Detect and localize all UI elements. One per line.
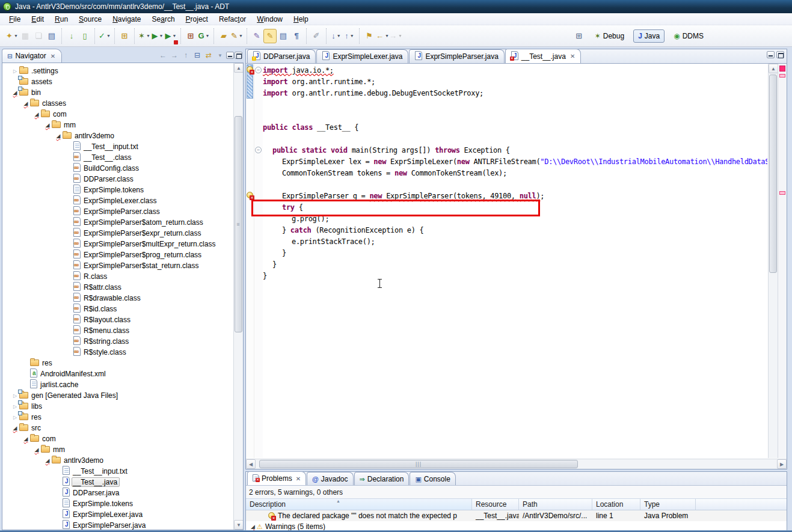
tree-item-src[interactable]: ◢src <box>2 423 233 433</box>
prev-annotation-icon[interactable]: ↑▼ <box>343 29 356 43</box>
collapse-icon[interactable]: ◢ <box>22 436 30 442</box>
tab-javadoc[interactable]: @Javadoc <box>307 472 353 485</box>
block-selection-icon[interactable]: ▤ <box>277 29 290 43</box>
tree-item-r-menu-class[interactable]: 010R$menu.class <box>2 325 233 336</box>
tree-item-exprsimple-tokens[interactable]: ExprSimple.tokens <box>2 498 233 509</box>
menu-source[interactable]: Source <box>73 14 107 25</box>
dropdown-arrow-icon[interactable]: ▼ <box>159 34 164 38</box>
java-editor-icon[interactable]: ✎ <box>250 29 263 43</box>
column-header-resource[interactable]: Resource <box>472 499 519 510</box>
tree-item-exprsimpleparser-stat-return-class[interactable]: 010ExprSimpleParser$stat_return.class <box>2 260 233 271</box>
open-perspective-icon[interactable]: ⊞ <box>573 29 586 43</box>
tree-item-exprsimple-tokens[interactable]: ExprSimple.tokens <box>2 185 233 195</box>
scroll-right-icon[interactable]: ▶ <box>777 459 787 469</box>
print-icon[interactable]: ▤ <box>45 29 58 43</box>
collapse-icon[interactable]: ◢ <box>43 122 52 128</box>
menu-navigate[interactable]: Navigate <box>107 14 146 25</box>
folding-ruler[interactable]: −− <box>254 64 263 458</box>
new-wizard-icon[interactable]: ✦▼ <box>5 29 19 43</box>
perspective-ddms[interactable]: ◉DDMS <box>669 30 708 42</box>
error-marker[interactable] <box>779 66 785 72</box>
tree-item-test-input-txt[interactable]: __Test__input.txt <box>2 466 233 477</box>
perspective-java[interactable]: JJava <box>633 29 665 43</box>
tree-item-exprsimpleparser-expr-return-class[interactable]: 010ExprSimpleParser$expr_return.class <box>2 228 233 239</box>
run-config-icon[interactable]: ▶▼ <box>164 29 177 43</box>
tab-problems[interactable]: ✕Problems✕ <box>247 471 306 485</box>
dropdown-arrow-icon[interactable]: ▼ <box>14 34 18 38</box>
dropdown-arrow-icon[interactable]: ▼ <box>146 34 150 38</box>
warnings-group-row[interactable]: ◢⚠Warnings (5 items) <box>246 521 787 530</box>
maximize-button[interactable] <box>235 52 242 59</box>
editor-horizontal-scrollbar[interactable]: ◀ ||| ▶ <box>246 459 787 469</box>
new-java-project-icon[interactable]: ⊞ <box>184 29 197 43</box>
tree-item-test-input-txt[interactable]: __Test__input.txt <box>2 141 233 152</box>
tree-item-com[interactable]: ◢com <box>2 109 233 120</box>
debug-icon[interactable]: ✶▼ <box>138 29 151 43</box>
forward-icon[interactable]: → <box>169 50 180 61</box>
highlight-icon[interactable]: ✎ <box>263 29 277 43</box>
editor-tab-exprsimplelexer-java[interactable]: JExprSimpleLexer.java <box>316 49 408 63</box>
minimize-button[interactable] <box>226 52 234 59</box>
scroll-left-icon[interactable]: ◀ <box>246 459 256 469</box>
error-quickfix-icon[interactable] <box>246 192 254 200</box>
menu-edit[interactable]: Edit <box>26 14 49 25</box>
annotation-ruler[interactable] <box>246 64 254 458</box>
scroll-up-icon[interactable]: ▲ <box>234 63 244 73</box>
editor-tab-ddparser-java[interactable]: J!DDParser.java <box>247 49 316 63</box>
error-quickfix-icon[interactable] <box>246 66 254 74</box>
editor-body[interactable]: −− import java.io.*;import org.antlr.run… <box>246 64 787 458</box>
tree-item-res[interactable]: ▷res <box>2 412 233 423</box>
last-edit-icon[interactable]: ⚑ <box>363 29 376 43</box>
dropdown-arrow-icon[interactable]: ▼ <box>206 34 210 38</box>
forward-icon[interactable]: →▼ <box>389 29 402 43</box>
tree-item-r-attr-class[interactable]: 010R$attr.class <box>2 282 233 293</box>
dropdown-arrow-icon[interactable]: ▼ <box>173 34 177 38</box>
column-header-description[interactable]: Description▲ <box>246 499 472 510</box>
tree-item-r-id-class[interactable]: 010R$id.class <box>2 304 233 314</box>
tree-item-exprsimpleparser-multexpr-return-class[interactable]: 010ExprSimpleParser$multExpr_return.clas… <box>2 239 233 249</box>
collapse-icon[interactable]: ◢ <box>11 425 19 431</box>
tree-item-classes[interactable]: ◢classes <box>2 98 233 109</box>
perspective-debug[interactable]: ✶Debug <box>591 30 628 42</box>
tree-item-ddparser-java[interactable]: JDDParser.java <box>2 488 233 498</box>
tree-item-buildconfig-class[interactable]: 010BuildConfig.class <box>2 163 233 174</box>
dropdown-arrow-icon[interactable]: ▼ <box>239 34 243 38</box>
back-icon[interactable]: ←▼ <box>376 29 389 43</box>
tree-item-androidmanifest-xml[interactable]: aAndroidManifest.xml <box>2 368 233 379</box>
expand-icon[interactable]: ▷ <box>11 69 19 74</box>
scroll-up-icon[interactable]: ▲ <box>769 64 778 73</box>
tree-item-exprsimplelexer-java[interactable]: JExprSimpleLexer.java <box>2 509 233 520</box>
lint-check-icon[interactable]: ✓▼ <box>98 29 111 43</box>
view-menu-icon[interactable]: ▼ <box>215 50 226 61</box>
column-header-type[interactable]: Type <box>640 499 696 510</box>
run-icon[interactable]: ▶▼ <box>151 29 164 43</box>
close-icon[interactable]: ✕ <box>569 53 575 60</box>
tree-item-test-class[interactable]: 010__Test__.class <box>2 152 233 163</box>
tree-item-com[interactable]: ◢com <box>2 433 233 444</box>
tree-item-exprsimpleparser-atom-return-class[interactable]: 010ExprSimpleParser$atom_return.class <box>2 217 233 228</box>
search-brush-icon[interactable]: ✎▼ <box>230 29 244 43</box>
open-resource-icon[interactable]: ▰ <box>217 29 230 43</box>
save-all-icon[interactable]: ❏ <box>32 29 45 43</box>
tree-item-r-class[interactable]: 010R.class <box>2 271 233 282</box>
fold-collapse-icon[interactable]: − <box>255 147 262 153</box>
code-content[interactable]: import java.io.*;import org.antlr.runtim… <box>263 65 767 458</box>
navigator-scrollbar[interactable]: ▲ ≡ ▼ <box>233 63 243 530</box>
collapse-icon[interactable]: ◢ <box>54 133 63 139</box>
new-class-icon[interactable]: G▼ <box>197 29 210 43</box>
menu-file[interactable]: File <box>4 14 26 25</box>
new-android-project-icon[interactable]: ⊞ <box>118 29 131 43</box>
tree-item-settings[interactable]: ▷.settings <box>2 66 233 76</box>
tree-item-r-drawable-class[interactable]: 010R$drawable.class <box>2 293 233 304</box>
menu-search[interactable]: Search <box>147 14 180 25</box>
tree-item-r-string-class[interactable]: 010R$string.class <box>2 336 233 347</box>
tree-item-exprsimpleparser-prog-return-class[interactable]: 010ExprSimpleParser$prog_return.class <box>2 249 233 260</box>
tree-item-mm[interactable]: ◢mm <box>2 444 233 455</box>
dropdown-arrow-icon[interactable]: ▼ <box>350 34 354 38</box>
menu-refactor[interactable]: Refactor <box>213 14 251 25</box>
editor-tab-exprsimpleparser-java[interactable]: JExprSimpleParser.java <box>409 49 504 63</box>
overview-ruler[interactable] <box>778 64 787 458</box>
navigator-tab[interactable]: ⊟ Navigator ✕ <box>2 49 62 63</box>
collapse-icon[interactable]: ◢ <box>43 457 52 463</box>
menu-project[interactable]: Project <box>180 14 213 25</box>
